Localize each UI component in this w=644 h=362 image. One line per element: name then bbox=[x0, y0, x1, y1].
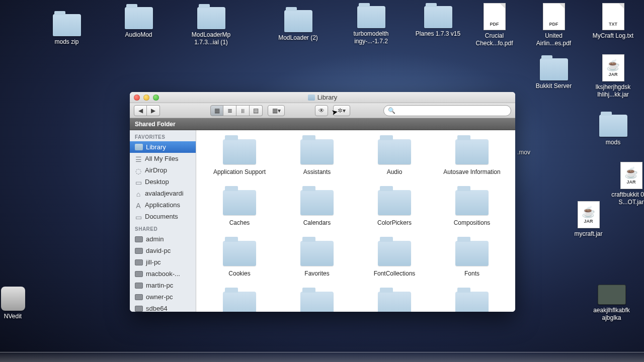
desktop-item-label: ModLoaderMp 1.7.3...ial (1) bbox=[187, 31, 235, 46]
sidebar-item-owner-pc[interactable]: owner-pc bbox=[130, 291, 196, 303]
desktop-item-12[interactable]: ☕JARcraftbukkit 0.1-S...OT.jar bbox=[607, 162, 644, 206]
folder-icon bbox=[223, 292, 256, 312]
icon-view-button[interactable]: ▦ bbox=[210, 105, 223, 116]
action-button[interactable]: ✲▾ bbox=[333, 105, 350, 116]
folder-icon bbox=[300, 241, 334, 266]
document-icon: TXT bbox=[602, 3, 624, 30]
minimize-button[interactable] bbox=[143, 95, 149, 101]
quicklook-button[interactable]: 👁 bbox=[315, 105, 328, 116]
folder-label: Compositions bbox=[454, 219, 491, 227]
desktop-item-2[interactable]: ModLoaderMp 1.7.3...ial (1) bbox=[187, 7, 235, 46]
dock[interactable] bbox=[0, 352, 644, 362]
desktop-item-label: mycraft.jar bbox=[574, 230, 602, 238]
sidebar-item-sdbe64[interactable]: sdbe64 bbox=[130, 303, 196, 312]
folder-cookies[interactable]: Cookies bbox=[203, 241, 276, 278]
folder-icon bbox=[223, 241, 256, 266]
folder-icon bbox=[455, 190, 489, 215]
sidebar-item-documents[interactable]: ▭Documents bbox=[130, 211, 196, 222]
folder-grid: Application SupportAssistantsAudioAutosa… bbox=[203, 139, 508, 312]
desktop-item-13[interactable]: ☕JARmycraft.jar bbox=[565, 201, 612, 238]
list-view-button[interactable]: ≣ bbox=[223, 105, 236, 116]
folder-application-support[interactable]: Application Support bbox=[203, 139, 276, 176]
column-view-button[interactable]: ⫼ bbox=[236, 105, 250, 116]
app-icon bbox=[1, 287, 25, 311]
computer-icon bbox=[135, 271, 143, 277]
search-field[interactable]: 🔍 bbox=[383, 105, 511, 116]
sidebar-glyph-icon: ☰ bbox=[135, 155, 142, 162]
folder-placeholder[interactable] bbox=[281, 292, 353, 312]
folder-icon bbox=[223, 139, 256, 164]
sidebar-glyph-icon: A bbox=[135, 202, 142, 209]
sidebar-item-jill-pc[interactable]: jill-pc bbox=[130, 256, 196, 268]
content-area[interactable]: Application SupportAssistantsAudioAutosa… bbox=[196, 130, 515, 312]
sidebar-item-label: admin bbox=[146, 235, 164, 243]
sidebar-item-label: sdbe64 bbox=[146, 305, 168, 312]
sidebar-glyph-icon: ▭ bbox=[135, 178, 142, 186]
folder-favorites[interactable]: Favorites bbox=[281, 241, 353, 278]
search-input[interactable] bbox=[398, 107, 507, 114]
folder-placeholder[interactable] bbox=[203, 292, 276, 312]
desktop-item-1[interactable]: AudioMod bbox=[115, 7, 163, 39]
desktop-item-0[interactable]: mods zip bbox=[43, 14, 91, 46]
desktop-item-4[interactable]: turbomodelth ingy-...-1.7.2 bbox=[347, 6, 395, 45]
sidebar-item-applications[interactable]: AApplications bbox=[130, 199, 196, 211]
sidebar-item-desktop[interactable]: ▭Desktop bbox=[130, 176, 196, 188]
sidebar-item-david-pc[interactable]: david-pc bbox=[130, 245, 196, 256]
jar-icon: ☕JAR bbox=[602, 54, 624, 81]
sidebar-item-avaladjevardi[interactable]: ⌂avaladjevardi bbox=[130, 188, 196, 199]
close-button[interactable] bbox=[134, 95, 140, 101]
folder-assistants[interactable]: Assistants bbox=[281, 139, 353, 176]
desktop-item-label: aeakjlhflkabfk ajbglka bbox=[588, 307, 635, 322]
folder-audio[interactable]: Audio bbox=[358, 139, 431, 176]
zoom-button[interactable] bbox=[153, 95, 159, 101]
desktop-item-15[interactable]: NVedit bbox=[0, 287, 37, 320]
folder-colorpickers[interactable]: ColorPickers bbox=[358, 190, 431, 227]
computer-icon bbox=[135, 236, 143, 242]
folder-icon bbox=[300, 292, 334, 312]
arrange-button[interactable]: ▦▾ bbox=[268, 105, 285, 116]
desktop-item-11[interactable]: mods bbox=[589, 115, 637, 146]
folder-caches[interactable]: Caches bbox=[203, 190, 276, 227]
sidebar-item-martin-pc[interactable]: martin-pc bbox=[130, 280, 196, 291]
sidebar-glyph-icon: ◌ bbox=[135, 167, 142, 174]
folder-label: Autosave Information bbox=[443, 168, 500, 176]
jar-icon: ☕JAR bbox=[620, 162, 642, 189]
finder-body: FAVORITESLibrary☰All My Files◌AirDrop▭De… bbox=[130, 130, 515, 312]
folder-calendars[interactable]: Calendars bbox=[281, 190, 353, 227]
computer-icon bbox=[135, 306, 143, 312]
terminal-icon bbox=[598, 285, 626, 305]
folder-icon bbox=[455, 139, 489, 164]
desktop-item-label: NVedit bbox=[4, 313, 22, 320]
desktop-item-5[interactable]: Planes 1.7.3 v15 bbox=[414, 6, 462, 38]
forward-button[interactable]: ▶ bbox=[147, 105, 160, 116]
desktop-item-6[interactable]: PDFCrucial Check...fo.pdf bbox=[470, 3, 518, 47]
folder-icon bbox=[378, 190, 411, 215]
titlebar[interactable]: Library bbox=[130, 92, 515, 103]
sidebar-item-macbook-[interactable]: macbook-... bbox=[130, 268, 196, 280]
folder-placeholder[interactable] bbox=[358, 292, 431, 312]
desktop-item-label: United Airlin...es.pdf bbox=[530, 32, 578, 47]
computer-icon bbox=[135, 294, 143, 300]
desktop-item-9[interactable]: Bukkit Server bbox=[530, 58, 578, 90]
desktop-item-14[interactable]: aeakjlhflkabfk ajbglka bbox=[588, 285, 635, 322]
folder-placeholder[interactable] bbox=[436, 292, 508, 312]
sidebar-item-all-my-files[interactable]: ☰All My Files bbox=[130, 153, 196, 164]
back-button[interactable]: ◀ bbox=[134, 105, 147, 116]
sidebar-item-airdrop[interactable]: ◌AirDrop bbox=[130, 164, 196, 176]
sidebar-item-admin[interactable]: admin bbox=[130, 233, 196, 245]
folder-fontcollections[interactable]: FontCollections bbox=[358, 241, 431, 278]
desktop-item-7[interactable]: PDFUnited Airlin...es.pdf bbox=[530, 3, 578, 47]
desktop-item-8[interactable]: TXTMyCraft Log.txt bbox=[589, 3, 637, 40]
path-bar-label: Shared Folder bbox=[135, 121, 176, 128]
folder-icon bbox=[455, 241, 489, 266]
sidebar-item-library[interactable]: Library bbox=[130, 141, 196, 153]
background-window-filename: .mov bbox=[517, 149, 530, 156]
folder-autosave-information[interactable]: Autosave Information bbox=[436, 139, 508, 176]
desktop-item-10[interactable]: ☕JARlksjherjhgdsk lhlihj...kk.jar bbox=[589, 54, 637, 99]
desktop-item-3[interactable]: ModLoader (2) bbox=[274, 10, 322, 42]
folder-label: Fonts bbox=[464, 270, 479, 278]
coverflow-view-button[interactable]: ▤ bbox=[250, 105, 263, 116]
folder-fonts[interactable]: Fonts bbox=[436, 241, 508, 278]
folder-compositions[interactable]: Compositions bbox=[436, 190, 508, 227]
folder-icon bbox=[424, 6, 452, 28]
